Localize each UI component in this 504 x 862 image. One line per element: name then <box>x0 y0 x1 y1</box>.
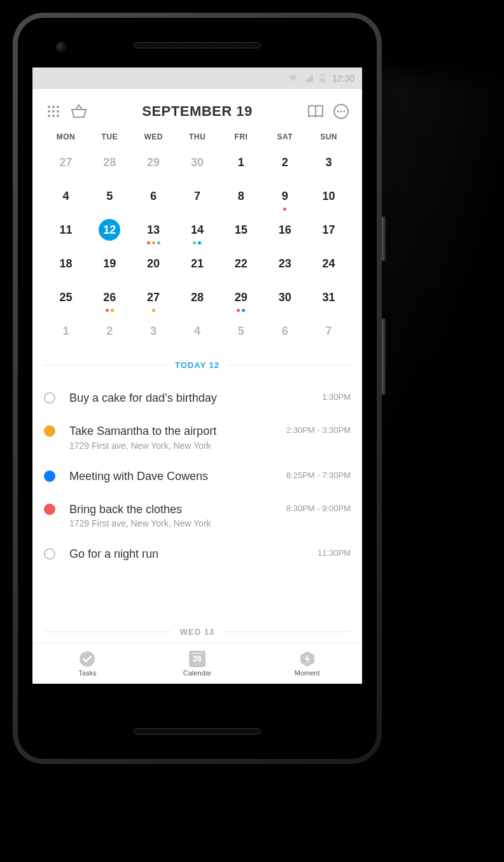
more-icon[interactable] <box>330 101 352 122</box>
date-cell[interactable]: 16 <box>263 215 307 249</box>
event-dots <box>263 208 307 211</box>
date-cell[interactable]: 14 <box>176 215 220 249</box>
date-number: 20 <box>143 253 164 274</box>
task-item[interactable]: Meeting with Dave Cowens6:25PM - 7:30PM <box>44 460 351 493</box>
date-cell[interactable]: 7 <box>307 316 351 350</box>
date-cell[interactable]: 27 <box>44 148 88 181</box>
task-checkbox[interactable] <box>44 548 55 560</box>
date-number: 30 <box>274 286 296 308</box>
task-checkbox[interactable] <box>44 392 55 404</box>
date-cell[interactable]: 7 <box>176 181 220 215</box>
date-cell[interactable]: 17 <box>307 215 351 249</box>
date-cell[interactable]: 15 <box>219 215 263 249</box>
date-cell[interactable]: 24 <box>307 249 351 283</box>
event-dots <box>307 208 351 211</box>
event-dots <box>88 208 132 211</box>
task-title: Go for a night run <box>69 546 310 562</box>
task-time: 8:30PM - 9:00PM <box>286 504 351 513</box>
date-number: 5 <box>99 185 120 207</box>
date-number: 31 <box>318 286 340 308</box>
date-cell[interactable]: 30 <box>176 148 220 181</box>
date-cell[interactable]: 8 <box>219 181 263 215</box>
date-number: 23 <box>274 253 296 274</box>
date-cell[interactable]: 22 <box>219 249 263 283</box>
svg-point-5 <box>57 106 59 108</box>
date-cell[interactable]: 23 <box>263 249 307 283</box>
date-cell[interactable]: 3 <box>307 148 351 181</box>
task-item[interactable]: Go for a night run11:30PM <box>44 537 351 570</box>
task-subtitle: 1729 First ave, New York, New York <box>69 518 279 528</box>
date-number: 7 <box>318 320 340 342</box>
event-dots <box>219 208 263 211</box>
basket-icon[interactable] <box>68 101 90 122</box>
svg-point-14 <box>337 111 339 113</box>
date-cell[interactable]: 19 <box>88 249 132 283</box>
date-cell[interactable]: 27 <box>132 283 176 316</box>
task-item[interactable]: Buy a cake for dad’s birthday1:30PM <box>44 381 351 414</box>
nav-calendar[interactable]: 26 Calendar <box>143 644 253 684</box>
date-cell[interactable]: 10 <box>307 181 351 215</box>
date-number: 3 <box>318 152 340 173</box>
date-cell[interactable]: 30 <box>263 283 307 316</box>
date-cell[interactable]: 1 <box>219 148 263 181</box>
date-cell[interactable]: 28 <box>176 283 220 316</box>
event-dots <box>88 309 132 313</box>
date-cell[interactable]: 3 <box>132 316 176 350</box>
date-cell[interactable]: 29 <box>132 148 176 181</box>
svg-point-6 <box>48 110 50 113</box>
date-cell[interactable]: 25 <box>44 283 88 316</box>
task-item[interactable]: Bring back the clothes1729 First ave, Ne… <box>44 493 351 537</box>
date-number: 2 <box>274 152 296 173</box>
event-dots <box>44 343 88 346</box>
date-cell[interactable]: 4 <box>44 181 88 215</box>
nav-tasks[interactable]: Tasks <box>32 644 143 684</box>
date-cell[interactable]: 11 <box>44 215 88 249</box>
event-dots <box>176 208 220 211</box>
nav-moment[interactable]: Moment <box>252 644 362 684</box>
date-cell[interactable]: 5 <box>219 316 263 350</box>
date-cell[interactable]: 6 <box>263 316 307 350</box>
date-cell[interactable]: 2 <box>88 316 132 350</box>
apps-grid-icon[interactable] <box>43 101 64 122</box>
weekday-label: WED <box>132 132 176 141</box>
date-cell[interactable]: 5 <box>88 181 132 215</box>
date-cell[interactable]: 29 <box>219 283 263 316</box>
date-number: 6 <box>274 320 296 342</box>
task-list[interactable]: Buy a cake for dad’s birthday1:30PMTake … <box>32 376 362 617</box>
task-item[interactable]: Take Samantha to the airport1729 First a… <box>44 414 351 459</box>
event-dots <box>176 275 220 279</box>
date-cell[interactable]: 28 <box>88 148 132 181</box>
date-cell[interactable]: 12 <box>88 215 132 249</box>
date-cell[interactable]: 9 <box>263 181 307 215</box>
date-cell[interactable]: 2 <box>263 148 307 181</box>
book-icon[interactable] <box>305 101 326 122</box>
date-number: 30 <box>186 152 208 173</box>
svg-rect-1 <box>321 74 324 75</box>
date-number: 13 <box>143 219 164 241</box>
date-number: 24 <box>318 253 340 274</box>
svg-rect-2 <box>320 78 325 82</box>
task-time: 11:30PM <box>318 548 351 558</box>
task-title: Meeting with Dave Cowens <box>69 469 279 484</box>
calendar: MONTUEWEDTHUFRISATSUN 272829301234567891… <box>32 129 362 350</box>
event-dots <box>44 208 88 211</box>
date-number: 15 <box>230 219 252 241</box>
today-label: TODAY 12 <box>175 360 220 370</box>
date-cell[interactable]: 21 <box>176 249 220 283</box>
event-dots <box>88 343 132 346</box>
date-cell[interactable]: 6 <box>132 181 176 215</box>
date-cell[interactable]: 26 <box>88 283 132 316</box>
date-cell[interactable]: 13 <box>132 215 176 249</box>
date-cell[interactable]: 18 <box>44 249 88 283</box>
app-screen: 12:30 SEPTEMBER 19 <box>32 67 362 684</box>
date-number: 25 <box>55 286 76 308</box>
status-bar: 12:30 <box>32 67 362 89</box>
earpiece-speaker <box>134 42 261 48</box>
date-cell[interactable]: 20 <box>132 249 176 283</box>
date-cell[interactable]: 4 <box>176 316 220 350</box>
date-number: 22 <box>230 253 252 274</box>
date-cell[interactable]: 31 <box>307 283 351 316</box>
event-dots <box>88 174 132 178</box>
event-dots <box>132 343 176 346</box>
date-cell[interactable]: 1 <box>44 316 88 350</box>
